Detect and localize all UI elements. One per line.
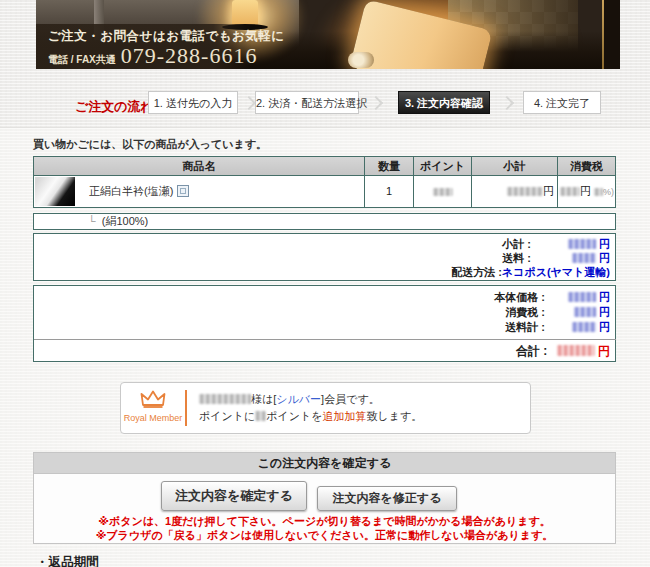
points-line-post: 致します。 [367,410,423,422]
product-cell: 正絹白半衿(塩瀬) [34,176,365,207]
shipping-method-value: ネコポス(ヤマト運輸) [502,266,610,278]
lamp-icon [232,0,258,26]
step-2-payment-method: 2. 決済・配送方法選択 [255,91,359,114]
order-confirm-section: この注文内容を確定する 注文内容を確定する 注文内容を修正する ※ボタンは、1度… [33,452,616,544]
step-3-order-confirm-current: 3. 注文内容確認 [398,91,490,114]
banner-paper-roll-decor [348,52,374,68]
tier-line-pre: 様は[ [251,393,276,405]
modify-order-button[interactable]: 注文内容を修正する [317,486,457,511]
phone-number: 079-288-6616 [121,43,258,69]
yen-unit: 円 [543,185,554,197]
royal-member-badge: Royal Member [121,383,185,433]
royal-member-label: Royal Member [121,413,185,423]
yen-unit: 円 [599,238,610,250]
banner-frame-decor [604,0,620,69]
col-header-points: ポイント [414,157,472,176]
shipping-fee-row: 送料 : 円 [34,251,610,265]
cart-intro-text: 買い物かごには、以下の商品が入っています。 [33,137,267,152]
subtotal-row: 小計 : 円 [34,237,610,251]
phone-banner: ご注文・お問合せはお電話でもお気軽に 電話 / FAX共通 079-288-66… [36,0,620,69]
col-header-subtotal: 小計 [472,157,558,176]
yen-unit: 円 [598,344,610,358]
col-header-tax: 消費税 [558,157,615,176]
member-tier: シルバー [276,393,321,405]
warning-no-back-button: ※ブラウザの「戻る」ボタンは使用しないでください。正常に動作しない場合があります… [34,528,615,543]
detail-popup-icon[interactable] [177,185,189,197]
redacted-points-value [433,188,453,196]
step-1-shipping-input: 1. 送付先の入力 [148,91,238,114]
return-period-heading: ・返品期間 [36,554,99,567]
redacted-subtotal [568,239,596,249]
cart-table-header-row: 商品名 数量 ポイント 小計 消費税 [34,157,615,176]
chevron-right-icon [369,96,383,110]
yen-unit: 円 [599,291,610,303]
material-text: (絹100%) [102,215,148,227]
shipping-method-label: 配送方法 : [451,266,502,278]
points-line-pre: ポイントに [199,410,255,422]
tax-cell: 円 %) [558,176,615,207]
confirm-section-header: この注文内容を確定する [34,453,615,474]
chevron-right-icon [500,96,514,110]
royal-member-message: 様は[シルバー]会員です。 ポイントにポイントを追加加算致します。 [187,383,422,433]
redacted-grand-total [557,345,595,356]
redacted-shipping-fee [572,253,596,263]
product-name-link[interactable]: 正絹白半衿(塩瀬) [89,184,189,199]
bonus-points-line: ポイントにポイントを追加加算致します。 [199,408,422,425]
totals-box: 本体価格 : 円 消費税 : 円 送料計 : 円 合計 : 円 [33,285,616,362]
step-4-order-complete: 4. 注文完了 [523,91,601,114]
shipping-total-label: 送料計 : [505,321,545,333]
product-material-row: └(絹100%) [33,213,616,230]
tax-total-label: 消費税 : [505,306,545,318]
points-line-mid: ポイントを [266,410,322,422]
banner-text-overlay: ご注文・お問合せはお電話でもお気軽に 電話 / FAX共通 079-288-66… [36,24,252,69]
product-name: 正絹白半衿(塩瀬) [89,185,173,197]
tax-total-row: 消費税 : 円 [34,305,610,320]
redacted-subtotal-value [507,187,543,196]
shipping-total-row: 送料計 : 円 [34,320,610,335]
points-cell [414,176,472,207]
subtotal-cell: 円 [472,176,558,207]
shipping-summary-box: 小計 : 円 送料 : 円 配送方法 :ネコポス(ヤマト運輸) [33,233,616,281]
warning-press-once: ※ボタンは、1度だけ押して下さい。ページが切り替るまで時間がかかる場合があります… [34,514,615,529]
yen-unit: 円 [599,252,610,264]
yen-unit: 円 [599,306,610,318]
royal-member-box: Royal Member 様は[シルバー]会員です。 ポイントにポイントを追加加… [120,382,531,434]
product-thumbnail [35,177,75,206]
yen-unit: 円 [580,185,591,197]
cart-table: 商品名 数量 ポイント 小計 消費税 正絹白半衿(塩瀬) 1 円 円 %) [33,156,616,208]
cart-item-row: 正絹白半衿(塩瀬) 1 円 円 %) [34,176,615,207]
base-price-label: 本体価格 : [494,291,545,303]
confirm-order-button[interactable]: 注文内容を確定する [161,481,307,511]
yen-unit: 円 [599,321,610,333]
redacted-tax-rate [594,188,603,196]
order-flow-title: ご注文の流れ [75,98,154,116]
redacted-shipping-total [572,322,596,332]
tier-line-post: ]会員です。 [321,393,380,405]
redacted-bonus-points [255,411,266,421]
shipping-fee-label: 送料 : [502,252,531,264]
tax-rate-suffix: %) [603,187,614,197]
redacted-tax-value [560,187,580,196]
quantity-value: 1 [365,176,414,207]
base-price-row: 本体価格 : 円 [34,290,610,305]
subtotal-label: 小計 : [502,238,531,250]
redacted-customer-name [199,394,251,404]
redacted-base-price [568,292,596,302]
member-tier-line: 様は[シルバー]会員です。 [199,391,422,408]
banner-phone-line: 電話 / FAX共通 079-288-6616 [48,43,257,69]
col-header-quantity: 数量 [365,157,414,176]
grand-total-label: 合計 : [516,344,547,358]
redacted-tax-total [574,307,596,317]
phone-fax-label: 電話 / FAX共通 [48,53,116,67]
crown-icon [139,389,167,408]
points-line-emphasis: 追加加算 [323,410,367,422]
chevron-right-icon [242,96,256,110]
grand-total-row: 合計 : 円 [34,340,610,362]
col-header-product: 商品名 [34,157,365,176]
tree-elbow-glyph: └ [88,215,96,227]
shipping-method-row: 配送方法 :ネコポス(ヤマト運輸) [34,265,610,279]
